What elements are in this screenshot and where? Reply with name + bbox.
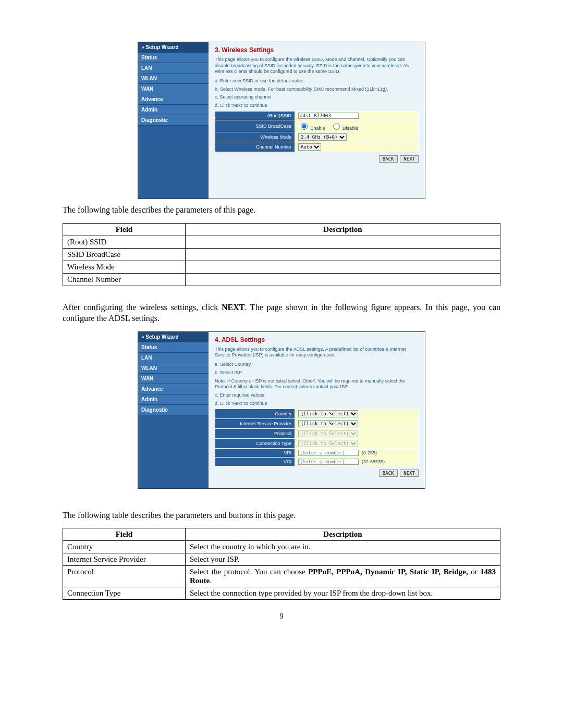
nav-wlan[interactable]: WLAN [138, 73, 209, 84]
wireless-step-b: b. Select Wireless mode. For best compat… [215, 87, 419, 93]
t1-r1-field: SSID BroadCase [63, 248, 186, 261]
isp-select[interactable]: (Click to Select) [298, 420, 358, 427]
wireless-form: (Root)SSID SSID BroadCase Enable Disable… [215, 111, 419, 152]
param-table2: Field Description Country Select the cou… [63, 528, 500, 600]
t2-r1-field: Internet Service Provider [63, 553, 186, 566]
page-number: 9 [63, 612, 500, 621]
nav-admin[interactable]: Admin [138, 105, 209, 115]
t1-head-field: Field [63, 223, 186, 236]
mode-label: Wireless Mode [215, 132, 295, 142]
param-table2-intro: The following table describes the parame… [63, 510, 500, 521]
nav2-admin[interactable]: Admin [138, 394, 209, 405]
broadcast-disable[interactable]: Disable [331, 126, 359, 131]
adsl-intro: This page allows you to configure the AD… [215, 347, 419, 359]
mode-select[interactable]: 2.4 GHz (B+G) [298, 133, 347, 141]
nav2-wlan[interactable]: WLAN [138, 363, 209, 374]
nav2-wan[interactable]: WAN [138, 374, 209, 384]
nav-advance[interactable]: Advance [138, 94, 209, 105]
adsl-step-b: b. Select ISP. [215, 370, 419, 376]
t1-r3-field: Channel Number [63, 273, 186, 286]
adsl-heading: 4. ADSL Settings [215, 336, 419, 343]
t1-r2-field: Wireless Mode [63, 261, 186, 273]
broadcast-enable-radio[interactable] [301, 123, 308, 130]
adsl-note: Note: If Country or ISP is not listed se… [215, 378, 419, 390]
nav-wan[interactable]: WAN [138, 84, 209, 94]
wireless-step-d: d. Click 'Next' to continue [215, 103, 419, 109]
nav-lan[interactable]: LAN [138, 63, 209, 73]
channel-select[interactable]: Auto [298, 143, 321, 151]
vci-label: VCI [215, 458, 295, 466]
vpi-hint: (0-255) [359, 450, 377, 455]
broadcast-disable-radio[interactable] [333, 123, 340, 130]
param-table1-intro: The following table describes the parame… [63, 204, 500, 216]
wireless-settings-screenshot: » Setup Wizard Status LAN WLAN WAN Advan… [138, 42, 425, 199]
vci-hint: (32-65535) [359, 459, 385, 464]
nav-diagnostic[interactable]: Diagnostic [138, 115, 209, 126]
t2-r1-desc: Select your ISP. [185, 553, 500, 566]
after-wireless-text: After configuring the wireless settings,… [63, 302, 500, 324]
nav-setup-wizard[interactable]: » Setup Wizard [138, 42, 209, 53]
wireless-intro: This page allows you to configure the wi… [215, 57, 419, 75]
t2-r2-desc: Select the protocol. You can choose PPPo… [185, 566, 500, 587]
ssid-label: (Root)SSID [215, 111, 295, 120]
t1-r0-desc [185, 236, 500, 248]
wireless-next-button[interactable]: NEXT [400, 155, 419, 163]
vci-input[interactable] [298, 459, 359, 465]
t1-r3-desc [185, 273, 500, 286]
conn-label: Connection Type [215, 439, 295, 449]
protocol-label: Protocol [215, 429, 295, 439]
wireless-back-button[interactable]: BACK [379, 155, 398, 163]
adsl-form: Country (Click to Select) Internet Servi… [215, 409, 419, 466]
wireless-step-c: c. Select operating channel. [215, 94, 419, 101]
protocol-select[interactable]: (Click to Select) [298, 430, 358, 437]
vpi-label: VPI [215, 449, 295, 458]
t2-head-desc: Description [185, 528, 500, 541]
nav2-diagnostic[interactable]: Diagnostic [138, 405, 209, 415]
adsl-back-button[interactable]: BACK [379, 470, 398, 477]
adsl-step-d: d. Click 'Next' to continue [215, 401, 419, 407]
vpi-input[interactable] [298, 450, 359, 456]
nav2-setup-wizard[interactable]: » Setup Wizard [138, 332, 209, 342]
router-nav-2: » Setup Wizard Status LAN WLAN WAN Advan… [138, 332, 209, 488]
adsl-settings-screenshot: » Setup Wizard Status LAN WLAN WAN Advan… [138, 331, 425, 489]
broadcast-enable[interactable]: Enable [298, 126, 325, 131]
t1-r0-field: (Root) SSID [63, 236, 186, 248]
broadcast-label: SSID BroadCase [215, 120, 295, 132]
country-select[interactable]: (Click to Select) [298, 410, 358, 417]
adsl-step-a: a. Select Country. [215, 362, 419, 368]
nav2-lan[interactable]: LAN [138, 353, 209, 363]
t2-r0-desc: Select the country in which you are in. [185, 541, 500, 553]
nav2-advance[interactable]: Advance [138, 384, 209, 394]
t2-r2-field: Protocol [63, 566, 186, 587]
nav-status[interactable]: Status [138, 53, 209, 63]
wireless-heading: 3. Wireless Settings [215, 46, 419, 54]
adsl-step-c: c. Enter required values. [215, 392, 419, 399]
param-table1: Field Description (Root) SSID SSID Broad… [63, 223, 500, 286]
conn-select[interactable]: (Click to Select) [298, 440, 358, 447]
t2-r0-field: Country [63, 541, 186, 553]
isp-label: Internet Service Provider [215, 419, 295, 429]
t2-head-field: Field [63, 528, 186, 541]
ssid-input[interactable] [298, 113, 359, 119]
t1-r1-desc [185, 248, 500, 261]
t2-r3-field: Connection Type [63, 587, 186, 600]
t1-head-desc: Description [185, 223, 500, 236]
nav2-status[interactable]: Status [138, 342, 209, 353]
t1-r2-desc [185, 261, 500, 273]
t2-r3-desc: Select the connection type provided by y… [185, 587, 500, 600]
country-label: Country [215, 409, 295, 419]
router-nav: » Setup Wizard Status LAN WLAN WAN Advan… [138, 42, 209, 199]
adsl-next-button[interactable]: NEXT [400, 470, 419, 477]
channel-label: Channel Number [215, 142, 295, 152]
wireless-step-a: a. Enter new SSID or use the default val… [215, 78, 419, 84]
